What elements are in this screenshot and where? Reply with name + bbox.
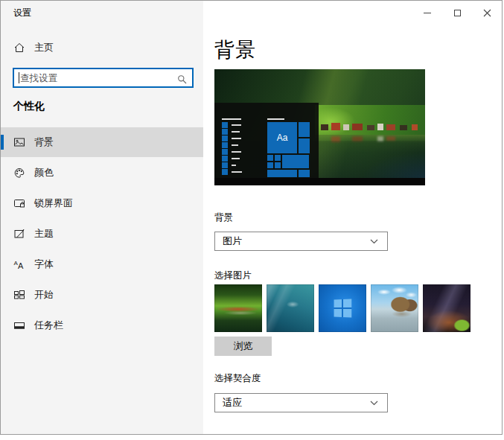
- sidebar-item-label: 主题: [34, 227, 54, 240]
- sidebar-item-fonts[interactable]: A A 字体: [1, 249, 203, 279]
- window-controls: [412, 1, 502, 25]
- background-preview-image: Aa: [214, 69, 425, 185]
- background-type-value: 图片: [223, 235, 242, 248]
- menu-item-icon: [222, 162, 228, 168]
- sidebar-item-taskbar[interactable]: 任务栏: [1, 310, 203, 340]
- sidebar-item-label: 锁屏界面: [34, 197, 73, 210]
- maximize-icon: [454, 10, 461, 16]
- start-tile: [267, 155, 273, 161]
- selection-accent-bar: [1, 135, 4, 150]
- house-rect: [386, 124, 395, 130]
- sidebar-item-lock-screen[interactable]: 锁屏界面: [1, 188, 203, 218]
- sidebar-item-background[interactable]: 背景: [1, 127, 203, 157]
- close-button[interactable]: [472, 1, 502, 25]
- maximize-button[interactable]: [442, 1, 472, 25]
- sidebar-item-label: 任务栏: [34, 319, 63, 332]
- choose-fit-label: 选择契合度: [214, 372, 261, 385]
- house-rect: [412, 124, 418, 130]
- wallpaper-thumbnail-windows-default[interactable]: [319, 284, 366, 332]
- start-tile: [267, 162, 273, 168]
- wallpaper-thumbnail-night-sky[interactable]: [423, 284, 470, 332]
- menu-item-line: [232, 131, 240, 133]
- sidebar-item-themes[interactable]: 主题: [1, 219, 203, 249]
- menu-item-icon: [222, 135, 228, 141]
- sidebar-nav: 背景 颜色: [1, 127, 203, 341]
- lock-screen-icon: [13, 197, 25, 209]
- background-dropdown-label: 背景: [214, 211, 233, 224]
- background-type-dropdown[interactable]: 图片: [214, 232, 388, 251]
- menu-item-line: [232, 165, 236, 166]
- sidebar-item-label: 背景: [34, 135, 54, 149]
- sidebar-item-label: 颜色: [34, 166, 54, 179]
- wallpaper-thumbnails: [214, 284, 470, 332]
- sidebar-item-start[interactable]: 开始: [1, 280, 203, 310]
- home-label: 主页: [34, 41, 54, 54]
- wallpaper-thumbnail-underwater[interactable]: [267, 284, 314, 332]
- preview-taskbar-bar: [214, 178, 425, 185]
- settings-window: 设置 主页 个性化: [0, 0, 503, 435]
- chevron-down-icon: [370, 401, 378, 406]
- start-tile: [275, 155, 281, 161]
- house-rect: [377, 124, 383, 130]
- personalization-heading: 个性化: [13, 100, 45, 113]
- search-icon[interactable]: [177, 74, 187, 87]
- menu-item-icon: [222, 122, 228, 128]
- wallpaper-thumbnail-fjord[interactable]: [214, 284, 262, 332]
- minimize-button[interactable]: [412, 1, 442, 25]
- palette-icon: [13, 167, 25, 179]
- house-rect: [400, 125, 407, 130]
- picture-icon: [13, 136, 25, 148]
- menu-item-icon: [222, 156, 228, 162]
- house-rect: [352, 124, 363, 130]
- theme-icon: [13, 228, 25, 240]
- fit-dropdown[interactable]: 适应: [214, 393, 388, 412]
- house-rect: [331, 123, 340, 130]
- fit-value: 适应: [223, 396, 242, 409]
- search-input[interactable]: [14, 69, 192, 86]
- menu-item-line: [232, 158, 240, 159]
- menu-item-icon: [222, 142, 228, 148]
- house-rect: [367, 125, 374, 130]
- menu-item-icon: [222, 169, 228, 175]
- sidebar-item-colors[interactable]: 颜色: [1, 158, 203, 188]
- menu-item-line: [232, 151, 241, 153]
- start-tile: [282, 155, 309, 168]
- start-menu-preview: Aa: [214, 103, 319, 178]
- sidebar-item-label: 开始: [34, 288, 54, 302]
- menu-item-line: [232, 138, 241, 139]
- start-tile: [275, 162, 281, 168]
- menu-item-line: [232, 124, 241, 126]
- chevron-down-icon: [370, 239, 378, 244]
- menu-item-icon: [222, 149, 228, 155]
- minimize-icon: [424, 13, 431, 13]
- browse-button[interactable]: 浏览: [214, 337, 272, 356]
- house-rect: [343, 124, 349, 130]
- close-icon: [483, 9, 491, 17]
- menu-item-line: [232, 144, 238, 146]
- sidebar-item-label: 字体: [34, 258, 54, 271]
- sidebar: 设置 主页 个性化: [1, 1, 203, 434]
- choose-picture-label: 选择图片: [214, 270, 252, 282]
- search-box: [13, 68, 194, 88]
- menu-item-line: [232, 171, 242, 173]
- text-caret: [19, 72, 19, 83]
- tiles-header-line: [267, 118, 284, 120]
- fonts-icon: A A: [13, 258, 25, 270]
- font-preview-tile: Aa: [267, 122, 297, 153]
- main-content: 背景: [204, 1, 502, 434]
- menu-header-line: [222, 118, 241, 120]
- wallpaper-thumbnail-beach[interactable]: [371, 284, 418, 332]
- menu-item-icon: [222, 129, 228, 135]
- start-tile: [299, 122, 310, 137]
- svg-text:A: A: [18, 261, 24, 270]
- start-tile: [299, 170, 310, 177]
- windows-logo: [334, 299, 352, 318]
- home-icon: [13, 42, 25, 54]
- page-title: 背景: [214, 36, 256, 63]
- sidebar-item-home[interactable]: 主页: [1, 38, 203, 57]
- start-icon: [13, 289, 25, 301]
- start-tile: [267, 170, 297, 177]
- village-houses: [315, 105, 425, 135]
- start-tile: [299, 138, 310, 153]
- taskbar-icon: [13, 319, 25, 331]
